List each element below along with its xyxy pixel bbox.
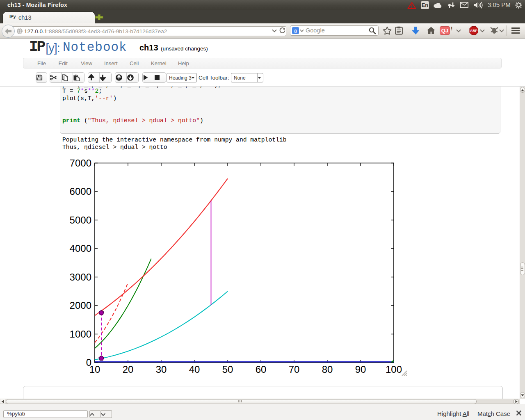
svg-text:20: 20 [123,364,134,375]
svg-text:ABP: ABP [470,29,477,33]
svg-text:100: 100 [386,364,402,375]
svg-text:50: 50 [222,364,233,375]
svg-text:5000: 5000 [70,215,91,226]
svg-text:60: 60 [256,364,267,375]
svg-text:1000: 1000 [70,329,91,340]
svg-text:80: 80 [322,364,333,375]
svg-text:30: 30 [156,364,167,375]
svg-text:7000: 7000 [70,158,91,169]
svg-text:2000: 2000 [70,300,91,311]
svg-text:90: 90 [355,364,366,375]
svg-text:3000: 3000 [70,272,91,283]
svg-text:6000: 6000 [70,186,91,197]
svg-text:10: 10 [89,364,100,375]
svg-text:40: 40 [189,364,200,375]
svg-text:70: 70 [289,364,300,375]
svg-text:4000: 4000 [70,243,91,254]
